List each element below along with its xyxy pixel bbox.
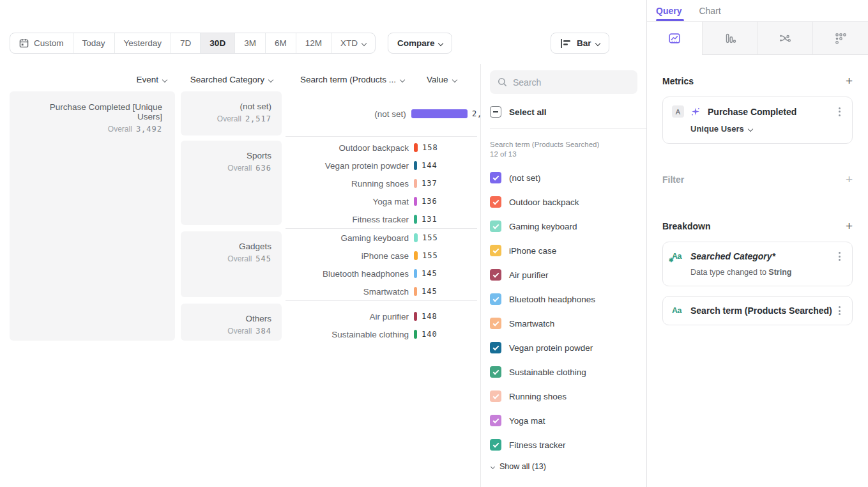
chevron-down-icon xyxy=(452,77,457,82)
chart-type-button[interactable]: Bar xyxy=(551,33,609,54)
value-bar xyxy=(414,143,418,152)
string-property-icon: Aa xyxy=(672,306,684,315)
chart-row[interactable]: iPhone case155 xyxy=(287,247,498,265)
kebab-menu-icon[interactable] xyxy=(836,305,843,316)
date-range-12m[interactable]: 12M xyxy=(296,33,331,53)
tab-funnels[interactable] xyxy=(702,22,758,55)
category-card[interactable]: (not set)Overall2,517 xyxy=(181,91,282,135)
legend-item[interactable]: Running shoes xyxy=(490,384,637,408)
divider xyxy=(286,136,477,137)
add-filter-button[interactable]: + xyxy=(846,173,853,185)
date-range-yesterday[interactable]: Yesterday xyxy=(115,33,172,53)
chart-row-group: Outdoor backpack158Vegan protein powder1… xyxy=(287,139,498,228)
series-checkbox[interactable] xyxy=(490,245,501,256)
category-card[interactable]: GadgetsOverall545 xyxy=(181,231,282,297)
compare-button[interactable]: Compare xyxy=(388,33,453,54)
series-checkbox[interactable] xyxy=(490,415,501,426)
category-card[interactable]: OthersOverall384 xyxy=(181,304,282,341)
column-header-event[interactable]: Event xyxy=(10,75,167,84)
chart-row[interactable]: Yoga mat136 xyxy=(287,192,498,210)
legend-item[interactable]: Fitness tracker xyxy=(490,433,637,457)
series-checkbox[interactable] xyxy=(490,293,501,305)
series-checkbox[interactable] xyxy=(490,269,501,281)
add-breakdown-button[interactable]: + xyxy=(846,220,853,232)
date-range-7d[interactable]: 7D xyxy=(171,33,201,53)
breakdown-card[interactable]: AaSearch term (Products Searched) xyxy=(662,296,853,325)
chart-row[interactable]: Outdoor backpack158 xyxy=(287,139,498,157)
date-range-3m[interactable]: 3M xyxy=(235,33,266,53)
event-card[interactable]: Purchase Completed [Unique Users] Overal… xyxy=(10,91,175,341)
value-bar xyxy=(414,330,417,339)
divider xyxy=(490,128,646,129)
value-bar xyxy=(414,233,418,242)
compare-label: Compare xyxy=(397,38,435,48)
tab-insights[interactable] xyxy=(647,22,702,55)
legend-item[interactable]: Vegan protein powder xyxy=(490,336,637,360)
date-range-6m[interactable]: 6M xyxy=(266,33,296,53)
chart-row[interactable]: Smartwatch145 xyxy=(287,282,498,300)
chart-row[interactable]: Running shoes137 xyxy=(287,174,498,192)
tab-flows[interactable] xyxy=(758,22,813,55)
retention-icon xyxy=(834,31,848,45)
series-checkbox[interactable] xyxy=(490,196,501,208)
legend-item[interactable]: Gaming keyboard xyxy=(490,214,637,238)
aggregation-dropdown[interactable]: Unique Users xyxy=(690,124,843,134)
category-card[interactable]: SportsOverall636 xyxy=(181,141,282,225)
chevron-down-icon xyxy=(268,77,273,82)
search-input[interactable] xyxy=(513,77,609,88)
metric-card[interactable]: A Purchase Completed Unique Users xyxy=(662,97,853,144)
date-range-segmented-control: CustomTodayYesterday7D30D3M6M12MXTD xyxy=(10,33,376,54)
series-checkbox[interactable] xyxy=(490,318,501,329)
column-header-search-term[interactable]: Search term (Products ... xyxy=(286,75,404,84)
chart-row[interactable]: Gaming keyboard155 xyxy=(287,229,498,247)
add-metric-button[interactable]: + xyxy=(846,75,853,87)
select-all-row[interactable]: Select all xyxy=(490,100,637,124)
select-all-label: Select all xyxy=(509,107,547,117)
legend-item[interactable]: (not set) xyxy=(490,166,637,190)
breakdown-card[interactable]: Aa✱Searched Category*Data type changed t… xyxy=(662,242,853,286)
chart-row[interactable]: Bluetooth headphones145 xyxy=(287,265,498,282)
chart-row[interactable]: Vegan protein powder144 xyxy=(287,157,498,174)
series-checkbox[interactable] xyxy=(490,390,501,402)
legend-item[interactable]: iPhone case xyxy=(490,238,637,263)
series-checkbox[interactable] xyxy=(490,220,501,232)
report-type-tabs xyxy=(647,21,868,55)
legend-search[interactable] xyxy=(490,70,637,94)
flows-icon xyxy=(778,31,792,45)
metric-name: Purchase Completed xyxy=(708,107,836,117)
series-checkbox[interactable] xyxy=(490,342,501,353)
legend-item[interactable]: Outdoor backpack xyxy=(490,190,637,214)
series-checkbox[interactable] xyxy=(490,366,501,378)
tab-query[interactable]: Query xyxy=(656,0,681,21)
date-range-custom[interactable]: Custom xyxy=(10,33,73,53)
series-checkbox[interactable] xyxy=(490,172,501,183)
chart-row[interactable]: Air purifier148 xyxy=(287,307,498,325)
legend-item[interactable]: Sustainable clothing xyxy=(490,360,637,384)
legend-item[interactable]: Bluetooth headphones xyxy=(490,287,637,311)
column-header-searched-category[interactable]: Searched Category xyxy=(181,75,273,84)
date-range-xtd[interactable]: XTD xyxy=(331,33,375,53)
query-panel-tabs: QueryChart xyxy=(647,0,868,21)
value-bar xyxy=(414,251,418,260)
series-checkbox[interactable] xyxy=(490,439,501,451)
column-header-value[interactable]: Value xyxy=(427,75,457,84)
chart-row[interactable]: Sustainable clothing140 xyxy=(287,325,498,343)
legend-item[interactable]: Smartwatch xyxy=(490,311,637,336)
tab-retention[interactable] xyxy=(812,22,868,55)
legend-item[interactable]: Yoga mat xyxy=(490,408,637,433)
metrics-heading: Metrics xyxy=(662,76,694,86)
value-bar xyxy=(414,161,417,170)
breakdown-heading: Breakdown xyxy=(662,221,710,231)
value-bar xyxy=(414,269,417,278)
chart-row[interactable]: (not set)2,517 xyxy=(287,105,498,123)
show-all-button[interactable]: Show all (13) xyxy=(490,462,637,471)
select-all-checkbox[interactable] xyxy=(490,106,501,118)
chart-row[interactable]: Fitness tracker131 xyxy=(287,210,498,228)
legend-item[interactable]: Air purifier xyxy=(490,263,637,287)
tab-chart[interactable]: Chart xyxy=(699,0,720,21)
date-range-30d[interactable]: 30D xyxy=(201,33,235,53)
kebab-menu-icon[interactable] xyxy=(836,106,843,118)
kebab-menu-icon[interactable] xyxy=(836,251,843,262)
date-range-today[interactable]: Today xyxy=(73,33,115,53)
event-overall: Overall3,492 xyxy=(22,125,162,134)
